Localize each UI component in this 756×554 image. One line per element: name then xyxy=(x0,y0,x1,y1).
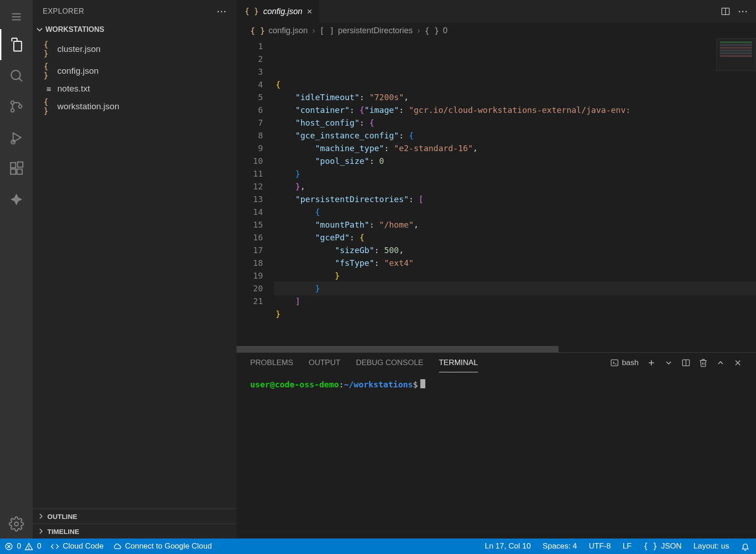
breadcrumb-item[interactable]: { }config.json xyxy=(250,26,308,36)
code-content[interactable]: { "idleTimeout": "7200s", "container": {… xyxy=(274,38,756,346)
panel-tab-terminal[interactable]: TERMINAL xyxy=(439,354,478,372)
svg-line-5 xyxy=(19,78,22,81)
code-line[interactable]: "fsType": "ext4" xyxy=(274,257,756,269)
horizontal-scrollbar[interactable] xyxy=(237,346,756,352)
side-bar: EXPLORER ⋯ WORKSTATIONS { }cluster.json{… xyxy=(33,0,237,539)
file-name: workstation.json xyxy=(57,102,119,112)
file-list: { }cluster.json{ }config.json≡notes.txt{… xyxy=(33,36,237,119)
breadcrumb-item[interactable]: { }0 xyxy=(424,26,448,36)
svg-point-7 xyxy=(11,109,14,112)
editor-tab-config[interactable]: { } config.json × xyxy=(237,0,320,23)
activity-bar xyxy=(0,0,33,539)
breadcrumb-item[interactable]: [ ]persistentDirectories xyxy=(320,26,413,36)
breadcrumb-icon: { } xyxy=(250,26,265,36)
language-label: JSON xyxy=(661,542,681,551)
text-file-icon: ≡ xyxy=(44,84,54,93)
status-notifications[interactable] xyxy=(741,542,750,551)
status-encoding[interactable]: UTF-8 xyxy=(589,542,610,551)
code-line[interactable]: { xyxy=(274,206,756,219)
breadcrumbs[interactable]: { }config.json›[ ]persistentDirectories›… xyxy=(237,23,756,38)
code-line[interactable]: "persistentDirectories": [ xyxy=(274,193,756,206)
code-line[interactable]: "machine_type": "e2-standard-16", xyxy=(274,142,756,155)
chevron-right-icon xyxy=(36,527,45,536)
svg-point-34 xyxy=(29,548,29,549)
status-layout[interactable]: Layout: us xyxy=(694,542,729,551)
close-panel-icon[interactable] xyxy=(733,358,742,367)
code-line[interactable] xyxy=(274,320,756,333)
status-cloud-code[interactable]: Cloud Code xyxy=(50,542,104,551)
kill-terminal-icon[interactable] xyxy=(699,358,708,367)
timeline-section[interactable]: TIMELINE xyxy=(33,524,237,539)
terminal-path: ~/workstations xyxy=(344,380,413,389)
terminal-dropdown-icon[interactable] xyxy=(664,358,673,367)
svg-rect-3 xyxy=(14,41,21,51)
breadcrumb-label: config.json xyxy=(269,26,308,36)
workspace-header[interactable]: WORKSTATIONS xyxy=(33,23,237,36)
activity-explorer[interactable] xyxy=(0,29,33,60)
breadcrumb-separator: › xyxy=(312,26,315,36)
svg-rect-12 xyxy=(10,169,15,174)
code-icon xyxy=(50,542,59,551)
status-eol[interactable]: LF xyxy=(623,542,632,551)
split-terminal-icon[interactable] xyxy=(681,358,690,367)
minimap[interactable] xyxy=(716,38,756,71)
error-icon xyxy=(5,542,13,551)
panel-tab-debug-console[interactable]: DEBUG CONSOLE xyxy=(356,354,423,372)
code-editor[interactable]: 123456789101112131415161718192021 { "idl… xyxy=(237,38,756,346)
svg-point-4 xyxy=(11,71,20,80)
code-line[interactable]: } xyxy=(274,308,756,320)
code-line[interactable]: "sizeGb": 500, xyxy=(274,244,756,257)
status-cursor-position[interactable]: Ln 17, Col 10 xyxy=(485,542,531,551)
activity-source-control[interactable] xyxy=(0,91,33,122)
error-count: 0 xyxy=(17,542,21,551)
status-indentation[interactable]: Spaces: 4 xyxy=(543,542,577,551)
bottom-panel: PROBLEMSOUTPUTDEBUG CONSOLETERMINAL bash… xyxy=(237,352,756,539)
code-line[interactable]: }, xyxy=(274,180,756,193)
terminal-user: user@code-oss-demo xyxy=(250,380,339,389)
status-problems[interactable]: 0 0 xyxy=(5,542,41,551)
code-line[interactable]: "mountPath": "/home", xyxy=(274,219,756,231)
file-item[interactable]: { }workstation.json xyxy=(33,96,237,117)
activity-search[interactable] xyxy=(0,60,33,91)
explorer-more-icon[interactable]: ⋯ xyxy=(217,5,227,17)
file-name: notes.txt xyxy=(57,84,90,94)
terminal-shell[interactable]: bash xyxy=(610,358,639,367)
tab-close-icon[interactable]: × xyxy=(307,6,312,17)
menu-button[interactable] xyxy=(0,5,33,29)
activity-extensions[interactable] xyxy=(0,153,33,184)
code-line[interactable]: "host_config": { xyxy=(274,117,756,129)
code-line[interactable]: "gce_instance_config": { xyxy=(274,129,756,142)
file-item[interactable]: ≡notes.txt xyxy=(33,82,237,96)
terminal-sep: : xyxy=(339,380,344,389)
split-editor-icon[interactable] xyxy=(721,6,731,16)
editor-more-icon[interactable]: ⋯ xyxy=(738,5,748,17)
code-line[interactable]: "container": {"image": "gcr.io/cloud-wor… xyxy=(274,104,756,117)
panel-tab-output[interactable]: OUTPUT xyxy=(308,354,340,372)
terminal-view[interactable]: user@code-oss-demo:~/workstations$ xyxy=(237,373,756,539)
code-line[interactable]: { xyxy=(274,78,756,91)
activity-cloud-code[interactable] xyxy=(0,184,33,215)
file-item[interactable]: { }config.json xyxy=(33,60,237,82)
code-line[interactable]: } xyxy=(274,269,756,282)
cloud-icon xyxy=(113,542,121,551)
new-terminal-icon[interactable] xyxy=(647,358,656,367)
activity-run-debug[interactable] xyxy=(0,122,33,153)
code-line[interactable]: } xyxy=(274,282,756,295)
code-line[interactable]: "gcePd": { xyxy=(274,231,756,244)
code-line[interactable]: } xyxy=(274,168,756,180)
code-line[interactable]: ] xyxy=(274,295,756,308)
activity-settings[interactable] xyxy=(0,509,33,539)
chevron-down-icon xyxy=(35,25,45,35)
status-connect-cloud[interactable]: Connect to Google Cloud xyxy=(113,542,212,551)
panel-tab-problems[interactable]: PROBLEMS xyxy=(250,354,293,372)
json-icon: { } xyxy=(44,62,54,80)
code-line[interactable] xyxy=(274,333,756,346)
file-item[interactable]: { }cluster.json xyxy=(33,38,237,60)
code-line[interactable]: "idleTimeout": "7200s", xyxy=(274,91,756,104)
outline-section[interactable]: OUTLINE xyxy=(33,508,237,524)
status-language[interactable]: { } JSON xyxy=(643,542,681,551)
terminal-cursor xyxy=(420,379,425,388)
code-line[interactable]: "pool_size": 0 xyxy=(274,155,756,168)
workspace-name: WORKSTATIONS xyxy=(45,25,104,34)
maximize-panel-icon[interactable] xyxy=(716,358,725,367)
